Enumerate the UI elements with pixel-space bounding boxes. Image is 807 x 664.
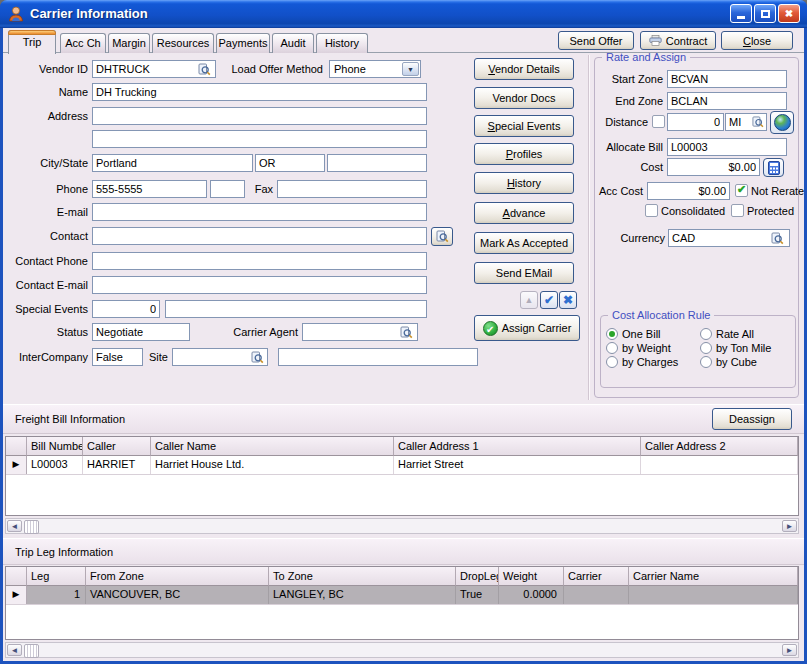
site-name-field[interactable] xyxy=(278,348,478,366)
name-field[interactable] xyxy=(92,83,427,101)
trip-leg-row[interactable]: ▶ 1 VANCOUVER, BC LANGLEY, BC True 0.000… xyxy=(6,586,798,605)
assign-check-icon: ✔ xyxy=(483,321,498,336)
maximize-button[interactable] xyxy=(754,4,776,23)
mark-as-accepted-button[interactable]: Mark As Accepted xyxy=(474,232,574,254)
distance-field[interactable] xyxy=(667,113,724,131)
carrier-information-window: Carrier Information ✖ Trip Acc Ch Margin… xyxy=(0,0,807,664)
dropdown-arrow-icon[interactable]: ▼ xyxy=(402,62,419,76)
radio-rate-all[interactable] xyxy=(700,328,712,340)
profiles-button[interactable]: Profiles xyxy=(474,143,574,165)
fax-field[interactable] xyxy=(277,180,427,198)
confirm-button[interactable]: ✔ xyxy=(540,291,558,309)
cancel-button[interactable]: ✖ xyxy=(559,291,577,309)
minimize-button[interactable] xyxy=(730,4,752,23)
tab-payments[interactable]: Payments xyxy=(216,33,270,53)
phone-ext-field[interactable] xyxy=(210,180,245,198)
scroll-left-icon[interactable]: ◄ xyxy=(7,520,22,532)
currency-lookup-icon[interactable] xyxy=(769,231,786,245)
deassign-button[interactable]: Deassign xyxy=(712,408,792,430)
address-line2-field[interactable] xyxy=(92,130,427,148)
start-zone-field[interactable] xyxy=(667,70,787,88)
freight-col-caller-address1[interactable]: Caller Address 1 xyxy=(394,437,641,456)
scroll-right-icon[interactable]: ► xyxy=(782,520,797,532)
city-state-label: City/State xyxy=(2,154,88,172)
vendor-details-button[interactable]: Vendor Details xyxy=(474,58,574,80)
radio-by-charges[interactable] xyxy=(606,356,618,368)
radio-one-bill[interactable] xyxy=(606,328,618,340)
close-window-button[interactable]: ✖ xyxy=(778,4,800,23)
close-button[interactable]: Close xyxy=(721,31,793,50)
advance-button[interactable]: Advance xyxy=(474,202,574,224)
state-field[interactable] xyxy=(255,154,325,172)
tab-acc-ch[interactable]: Acc Ch xyxy=(60,33,106,53)
radio-by-weight[interactable] xyxy=(606,342,618,354)
tab-margin[interactable]: Margin xyxy=(108,33,150,53)
freight-col-caller[interactable]: Caller xyxy=(83,437,151,456)
trip-leg-section-title: Trip Leg Information xyxy=(15,546,113,558)
tab-resources[interactable]: Resources xyxy=(152,33,214,53)
site-lookup-icon[interactable] xyxy=(249,350,266,364)
cost-field[interactable] xyxy=(667,158,760,176)
assign-carrier-button[interactable]: ✔ Assign Carrier xyxy=(474,315,580,341)
address-line1-field[interactable] xyxy=(92,107,427,125)
freight-row[interactable]: ▶ L00003 HARRIET Harriet House Ltd. Harr… xyxy=(6,456,798,475)
vendor-id-lookup-icon[interactable] xyxy=(196,62,213,76)
trip-col-dropleg[interactable]: DropLeg xyxy=(456,567,499,586)
move-up-button[interactable]: ▲ xyxy=(520,291,538,309)
scrollbar-thumb[interactable] xyxy=(24,520,39,534)
special-events-text-field[interactable] xyxy=(165,300,427,318)
contact-phone-field[interactable] xyxy=(92,252,427,270)
trip-leg-horizontal-scrollbar[interactable]: ◄ ► xyxy=(5,642,799,658)
scroll-left-icon[interactable]: ◄ xyxy=(7,644,22,656)
tab-trip[interactable]: Trip xyxy=(8,30,56,54)
freight-col-caller-address2[interactable]: Caller Address 2 xyxy=(641,437,798,456)
allocate-bill-field[interactable] xyxy=(667,138,787,156)
vendor-id-label: Vendor ID xyxy=(2,60,88,78)
load-offer-method-select[interactable]: Phone ▼ xyxy=(329,60,421,78)
map-globe-button[interactable] xyxy=(770,111,794,134)
trip-col-carrier[interactable]: Carrier xyxy=(564,567,629,586)
status-field[interactable] xyxy=(92,323,190,341)
freight-col-caller-name[interactable]: Caller Name xyxy=(151,437,394,456)
freight-col-bill-number[interactable]: Bill Number xyxy=(27,437,83,456)
scroll-right-icon[interactable]: ► xyxy=(782,644,797,656)
contact-email-label: Contact E-mail xyxy=(2,276,88,294)
acc-cost-field[interactable] xyxy=(647,182,730,200)
contact-email-field[interactable] xyxy=(92,276,427,294)
contract-button[interactable]: Contract xyxy=(640,31,716,50)
distance-unit-lookup-icon[interactable] xyxy=(750,115,765,129)
special-events-count-field[interactable] xyxy=(92,300,160,318)
status-label: Status xyxy=(2,323,88,341)
radio-by-cube[interactable] xyxy=(700,356,712,368)
end-zone-field[interactable] xyxy=(667,92,787,110)
freight-section-header: Freight Bill Information xyxy=(3,404,804,434)
contact-field[interactable] xyxy=(92,227,427,245)
vendor-docs-button[interactable]: Vendor Docs xyxy=(474,87,574,109)
freight-horizontal-scrollbar[interactable]: ◄ ► xyxy=(5,518,799,534)
scrollbar-thumb[interactable] xyxy=(24,644,39,658)
trip-col-from-zone[interactable]: From Zone xyxy=(86,567,269,586)
email-field[interactable] xyxy=(92,203,427,221)
city-state-extra-field[interactable] xyxy=(327,154,427,172)
not-rerate-checkbox[interactable] xyxy=(735,184,748,197)
city-field[interactable] xyxy=(92,154,253,172)
tab-audit[interactable]: Audit xyxy=(272,33,314,53)
send-email-button[interactable]: Send EMail xyxy=(474,262,574,284)
intercompany-field[interactable] xyxy=(92,348,143,366)
protected-checkbox[interactable] xyxy=(731,204,744,217)
send-offer-button[interactable]: Send Offer xyxy=(558,31,634,50)
trip-col-carrier-name[interactable]: Carrier Name xyxy=(629,567,798,586)
history-button[interactable]: History xyxy=(474,172,574,194)
phone-field[interactable] xyxy=(92,180,207,198)
radio-by-ton-mile[interactable] xyxy=(700,342,712,354)
trip-col-leg[interactable]: Leg xyxy=(27,567,86,586)
special-events-button[interactable]: Special Events xyxy=(474,115,574,137)
calculator-button[interactable] xyxy=(763,158,784,177)
distance-checkbox[interactable] xyxy=(652,115,665,128)
consolidated-checkbox[interactable] xyxy=(645,204,658,217)
tab-history[interactable]: History xyxy=(316,33,368,53)
carrier-agent-lookup-icon[interactable] xyxy=(398,325,415,339)
trip-col-weight[interactable]: Weight xyxy=(499,567,564,586)
contact-lookup-button[interactable] xyxy=(431,227,453,246)
trip-col-to-zone[interactable]: To Zone xyxy=(269,567,456,586)
